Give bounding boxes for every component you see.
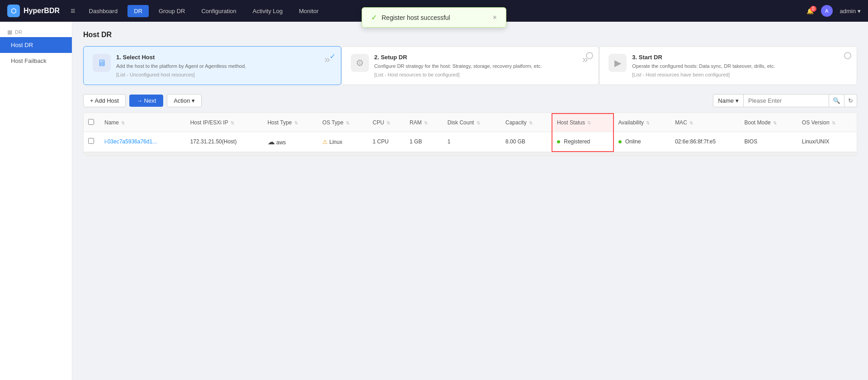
brand-name: HyperBDR (24, 7, 60, 15)
row-capacity-cell: 8.00 GB (501, 132, 552, 152)
sidebar-item-host-dr[interactable]: Host DR (0, 37, 72, 53)
th-disk-count[interactable]: Disk Count ⇅ (443, 114, 501, 132)
col-host-type-label: Host Type (268, 119, 292, 126)
step1-sub: [List - Unconfigured host resources] (116, 72, 317, 77)
row-boot-mode-cell: BIOS (740, 132, 797, 152)
username-chevron: ▾ (858, 8, 861, 14)
toolbar: + Add Host → Next Action ▾ Name ▾ 🔍 ↻ (83, 94, 857, 107)
th-mac[interactable]: MAC ⇅ (670, 114, 740, 132)
brand-logo: ⬡ HyperBDR (7, 5, 60, 17)
username-button[interactable]: admin ▾ (840, 8, 861, 14)
th-cpu[interactable]: CPU ⇅ (368, 114, 405, 132)
step-start-dr: ▶ 3. Start DR Operate the configured hos… (599, 46, 857, 85)
row-cpu-cell: 1 CPU (368, 132, 405, 152)
table-scrollbar[interactable] (84, 152, 857, 156)
th-host-status[interactable]: Host Status ⇅ (552, 114, 613, 132)
col-os-type-label: OS Type (322, 119, 343, 126)
th-host-ip[interactable]: Host IP/ESXi IP ⇅ (186, 114, 263, 132)
step1-check-icon: ✓ (330, 52, 335, 61)
nav-configuration[interactable]: Configuration (195, 5, 242, 17)
host-name-link[interactable]: i-03ec7a5936a76d1... (104, 138, 157, 145)
refresh-button[interactable]: ↻ (844, 94, 857, 107)
host-type-label: aws (276, 139, 286, 146)
col-host-status-sort-icon: ⇅ (587, 120, 591, 125)
step2-sub: [List - Host resources to be configured] (374, 72, 575, 77)
row-host-status-cell: Registered (552, 132, 613, 152)
search-button[interactable]: 🔍 (829, 94, 844, 107)
search-field-select[interactable]: Name ▾ (713, 94, 744, 107)
row-checkbox[interactable] (88, 138, 94, 144)
nav-monitor[interactable]: Monitor (292, 5, 325, 17)
col-host-status-label: Host Status (557, 119, 585, 126)
row-availability-cell: Online (613, 132, 671, 152)
col-capacity-sort-icon: ⇅ (529, 120, 533, 125)
col-availability-sort-icon: ⇅ (646, 120, 650, 125)
sidebar: ▦ DR Host DR Host Failback (0, 22, 72, 380)
col-name-sort-icon: ⇅ (121, 120, 125, 125)
aws-icon: ☁ (268, 138, 275, 146)
sidebar-item-host-failback[interactable]: Host Failback (0, 53, 72, 69)
nav-group-dr[interactable]: Group DR (152, 5, 192, 17)
nav-dr[interactable]: DR (127, 5, 149, 17)
step3-sub: [List - Host resources have been configu… (632, 72, 848, 77)
os-type-label: Linux (329, 139, 342, 145)
bell-badge: 0 (810, 6, 816, 12)
row-name-cell: i-03ec7a5936a76d1... (100, 132, 186, 152)
th-host-type[interactable]: Host Type ⇅ (263, 114, 318, 132)
add-host-button[interactable]: + Add Host (83, 94, 126, 107)
username-label: admin (840, 8, 856, 14)
row-ram-cell: 1 GB (405, 132, 443, 152)
col-ram-sort-icon: ⇅ (424, 120, 428, 125)
row-mac-cell: 02:6e:86:8f:7f:e5 (670, 132, 740, 152)
step2-content: 2. Setup DR Configure DR strategy for th… (374, 54, 575, 77)
th-ram[interactable]: RAM ⇅ (405, 114, 443, 132)
nav-activity-log[interactable]: Activity Log (246, 5, 289, 17)
action-chevron-icon: ▾ (192, 97, 195, 104)
th-capacity[interactable]: Capacity ⇅ (501, 114, 552, 132)
col-cpu-label: CPU (373, 119, 384, 126)
next-button[interactable]: → Next (129, 95, 163, 107)
col-mac-sort-icon: ⇅ (689, 120, 693, 125)
toast-notification: ✓ Register host successful × (362, 7, 506, 28)
th-os-type[interactable]: OS Type ⇅ (318, 114, 368, 132)
avatar: A (821, 5, 833, 17)
main-content: Host DR 🖥 1. Select Host Add the host to… (72, 22, 868, 380)
th-boot-mode[interactable]: Boot Mode ⇅ (740, 114, 797, 132)
action-label: Action (174, 97, 190, 104)
linux-icon: ⚠ (322, 138, 328, 145)
row-checkbox-cell (84, 132, 100, 152)
col-cpu-sort-icon: ⇅ (387, 120, 390, 125)
page-title: Host DR (83, 31, 857, 39)
nav-dashboard[interactable]: Dashboard (83, 5, 124, 17)
step2-desc: Configure DR strategy for the host: Stra… (374, 62, 575, 70)
table-row: i-03ec7a5936a76d1... 172.31.21.50(Host) … (84, 132, 857, 152)
sidebar-section-dr: ▦ DR (0, 25, 72, 37)
th-name[interactable]: Name ⇅ (100, 114, 186, 132)
search-field-label: Name (718, 97, 734, 104)
col-os-version-sort-icon: ⇅ (832, 120, 835, 125)
navbar-right: 🔔 0 A admin ▾ (807, 5, 861, 17)
bell-icon[interactable]: 🔔 0 (807, 8, 814, 14)
col-ram-label: RAM (410, 119, 422, 126)
hosts-table: Name ⇅ Host IP/ESXi IP ⇅ Host Type ⇅ O (83, 113, 857, 157)
sidebar-section-label: DR (15, 29, 22, 35)
col-capacity-label: Capacity (505, 119, 527, 126)
step1-title: 1. Select Host (116, 54, 317, 61)
step2-circle (586, 52, 593, 59)
col-host-ip-sort-icon: ⇅ (231, 120, 234, 125)
col-boot-mode-sort-icon: ⇅ (773, 120, 777, 125)
action-button[interactable]: Action ▾ (167, 94, 202, 107)
toolbar-right: Name ▾ 🔍 ↻ (713, 94, 857, 107)
col-os-type-sort-icon: ⇅ (346, 120, 349, 125)
select-all-checkbox[interactable] (88, 119, 94, 125)
th-checkbox (84, 114, 100, 132)
th-os-version[interactable]: OS Version ⇅ (797, 114, 857, 132)
search-input[interactable] (744, 94, 829, 107)
step-setup-dr: ⚙ 2. Setup DR Configure DR strategy for … (341, 46, 599, 85)
step2-title: 2. Setup DR (374, 54, 575, 61)
step1-desc: Add the host to the platform by Agent or… (116, 62, 317, 70)
th-availability[interactable]: Availability ⇅ (613, 114, 671, 132)
toast-close-button[interactable]: × (493, 14, 497, 22)
availability-dot (618, 140, 622, 143)
hamburger-menu-icon[interactable]: ≡ (71, 6, 75, 16)
